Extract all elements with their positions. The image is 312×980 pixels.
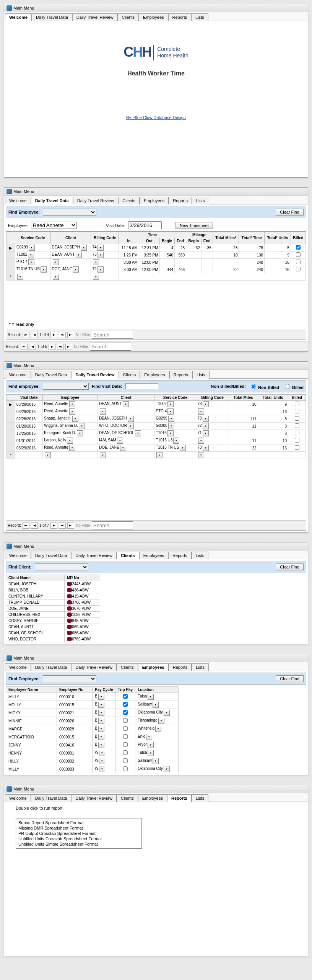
tab-lists[interactable]: Lists: [191, 13, 208, 21]
table-row[interactable]: DOE, JANEXX3670-ADW: [6, 606, 100, 612]
dropdown-icon[interactable]: ▾: [203, 423, 209, 429]
dropdown-icon[interactable]: ▾: [128, 416, 134, 422]
billed-checkbox[interactable]: [295, 445, 299, 450]
dropdown-icon[interactable]: ▾: [53, 259, 59, 265]
billed-checkbox[interactable]: [296, 267, 301, 271]
nav-last-icon[interactable]: ⏭: [57, 344, 64, 350]
report-item[interactable]: Unbilled Units Crosstab Spreadsheet Form…: [18, 836, 140, 841]
dropdown-icon[interactable]: ▾: [53, 274, 59, 280]
table-row[interactable]: MARGE 0000029 B▾ Whitefield▾: [6, 725, 179, 733]
nav-next-icon[interactable]: ▶: [50, 332, 57, 338]
dropdown-icon[interactable]: ▾: [117, 438, 123, 444]
search-input[interactable]: [92, 521, 133, 529]
tab-reports[interactable]: Reports: [169, 663, 192, 671]
report-item[interactable]: Bonus Report Spreadsheet Format: [18, 820, 140, 825]
dropdown-icon[interactable]: ▾: [98, 734, 104, 740]
billed-checkbox[interactable]: [296, 252, 301, 257]
billed-checkbox[interactable]: [295, 438, 299, 443]
nav-first-icon[interactable]: ⏮: [21, 344, 28, 350]
dropdown-icon[interactable]: ▾: [41, 266, 47, 273]
tab-reports[interactable]: Reports: [169, 197, 192, 204]
nav-new-icon[interactable]: ▶*: [67, 523, 74, 529]
dropdown-icon[interactable]: ▾: [164, 766, 170, 772]
tab-lists[interactable]: Lists: [192, 371, 210, 379]
dropdown-icon[interactable]: ▾: [198, 438, 204, 444]
dropdown-icon[interactable]: ▾: [72, 416, 78, 422]
table-row[interactable]: DEAN, AUNT1XX069-ADW: [6, 624, 100, 630]
table-row[interactable]: MOLLY 0000015 B▾ Sallisaw▾: [6, 701, 179, 709]
table-row[interactable]: COSEY, MARGIEXX845-ADW: [6, 618, 100, 624]
table-row[interactable]: MERGATROID 0000315 B▾ Enid▾: [6, 733, 179, 741]
dropdown-icon[interactable]: ▾: [203, 430, 209, 436]
dropdown-icon[interactable]: ▾: [98, 252, 104, 258]
dropdown-icon[interactable]: ▾: [158, 718, 164, 724]
tab-welcome[interactable]: Welcome: [5, 794, 31, 802]
dropdown-icon[interactable]: ▾: [81, 245, 87, 251]
dropdown-icon[interactable]: ▾: [198, 408, 204, 415]
tab-clients[interactable]: Clients: [117, 794, 138, 802]
billed-checkbox[interactable]: [295, 402, 299, 406]
dropdown-icon[interactable]: ▾: [29, 245, 35, 251]
dropdown-icon[interactable]: ▾: [73, 266, 79, 273]
tab-daily-travel-data[interactable]: Daily Travel Data: [31, 794, 72, 802]
dropdown-icon[interactable]: ▾: [100, 408, 106, 415]
find-employee-select[interactable]: [43, 675, 96, 682]
trip-pay-checkbox[interactable]: [123, 702, 128, 707]
dropdown-icon[interactable]: ▾: [79, 423, 85, 429]
dropdown-icon[interactable]: ▾: [167, 408, 174, 415]
tab-lists[interactable]: Lists: [192, 197, 209, 204]
table-row[interactable]: TRUMP, DONALDXX3768-ADW: [6, 599, 100, 606]
tab-daily-travel-review[interactable]: Daily Travel Review: [71, 552, 117, 559]
trip-pay-checkbox[interactable]: [123, 726, 128, 731]
tab-welcome[interactable]: Welcome: [5, 663, 31, 671]
find-employee-select[interactable]: [43, 209, 96, 216]
tab-daily-travel-data[interactable]: Daily Travel Data: [31, 663, 72, 671]
employee-select[interactable]: Reed Annette: [31, 222, 77, 229]
billed-checkbox[interactable]: [296, 245, 301, 250]
dropdown-icon[interactable]: ▾: [45, 452, 51, 458]
dropdown-icon[interactable]: ▾: [99, 766, 105, 772]
dropdown-icon[interactable]: ▾: [153, 758, 159, 764]
tab-employees[interactable]: Employees: [139, 13, 168, 21]
nav-new-icon[interactable]: ▶*: [67, 332, 74, 338]
dropdown-icon[interactable]: ▾: [69, 408, 75, 415]
dropdown-icon[interactable]: ▾: [98, 266, 104, 273]
table-row[interactable]: 01/01/2014 Larson, Kelly▾ IAM, SAM▾ T101…: [6, 437, 306, 444]
billed-checkbox[interactable]: [295, 431, 299, 435]
new-timesheet-button[interactable]: New Timesheet: [176, 222, 213, 229]
new-row[interactable]: * ▾ ▾ ▾: [6, 273, 306, 281]
table-row[interactable]: ▶ 03/29/2016 Reed, Annette▾ DEAN, AUNT▾ …: [6, 401, 306, 408]
tab-reports[interactable]: Reports: [167, 794, 192, 802]
nav-first-icon[interactable]: ⏮: [23, 332, 29, 338]
dropdown-icon[interactable]: ▾: [156, 452, 162, 458]
tab-clients[interactable]: Clients: [117, 13, 139, 21]
dropdown-icon[interactable]: ▾: [135, 430, 141, 436]
dropdown-icon[interactable]: ▾: [93, 274, 99, 280]
billed-checkbox[interactable]: [296, 260, 301, 264]
tab-welcome[interactable]: Welcome: [5, 371, 31, 379]
find-visit-date-input[interactable]: [125, 383, 158, 389]
tab-reports[interactable]: Reports: [168, 552, 192, 559]
find-employee-select[interactable]: [43, 383, 89, 390]
tab-welcome[interactable]: Welcome: [5, 13, 32, 21]
table-row[interactable]: MINNIE 0000026 B▾ Tishomingo▾: [6, 717, 179, 725]
trip-pay-checkbox[interactable]: [123, 718, 128, 723]
tab-daily-travel-review[interactable]: Daily Travel Review: [73, 197, 119, 204]
dropdown-icon[interactable]: ▾: [128, 423, 134, 429]
trip-pay-checkbox[interactable]: [123, 734, 128, 739]
billed-radio[interactable]: [285, 384, 290, 389]
table-row[interactable]: HILLY 0000002 W▾ Sallisaw▾: [6, 757, 179, 765]
nav-next-icon[interactable]: ▶: [49, 344, 55, 350]
tab-welcome[interactable]: Welcome: [5, 552, 31, 559]
dropdown-icon[interactable]: ▾: [198, 452, 204, 458]
dropdown-icon[interactable]: ▾: [146, 734, 152, 740]
tab-daily-travel-data[interactable]: Daily Travel Data: [32, 13, 72, 21]
table-row[interactable]: MICKY 0000021 B▾ Oklahoma City▾: [6, 709, 179, 717]
billed-checkbox[interactable]: [295, 416, 299, 421]
dropdown-icon[interactable]: ▾: [148, 694, 154, 700]
table-row[interactable]: 03/29/2016 Reed, Annette▾ DOE, JANE▾ T10…: [6, 444, 306, 452]
tab-daily-travel-data[interactable]: Daily Travel Data: [31, 371, 72, 379]
dropdown-icon[interactable]: ▾: [203, 401, 209, 407]
dropdown-icon[interactable]: ▾: [98, 742, 104, 748]
tab-clients[interactable]: Clients: [117, 663, 138, 671]
